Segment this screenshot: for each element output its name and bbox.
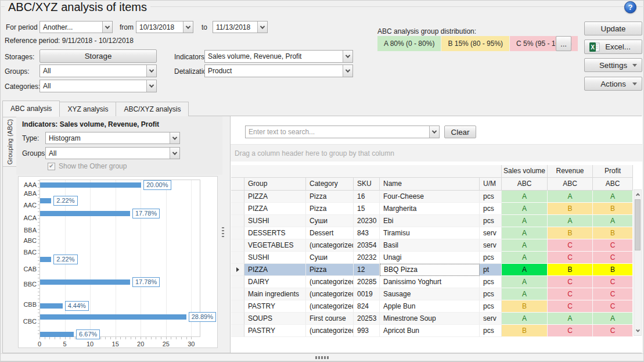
cell-group[interactable]: PIZZA [244, 203, 306, 215]
table-row-selected[interactable]: PIZZAPizza12BBQ PizzaptABB [231, 264, 633, 276]
cell-abc-revenue[interactable]: C [548, 288, 593, 300]
cell-group[interactable]: Main ingredients [244, 288, 306, 300]
cell-abc-sales-volume[interactable]: A [502, 203, 548, 215]
cell-category[interactable]: Суши [306, 215, 354, 227]
table-row[interactable]: SOUPSFirst course20253Minestrone Soupser… [231, 313, 633, 325]
cell-abc-profit[interactable]: C [593, 288, 633, 300]
distribution-more-button[interactable]: ... [556, 36, 571, 51]
cell-sku[interactable]: 20230 [354, 215, 380, 227]
cell-sku[interactable]: 16 [354, 191, 380, 203]
cell-um[interactable]: pcs [480, 215, 502, 227]
chart-bar[interactable] [40, 257, 51, 262]
column-header-u-m[interactable]: U/M [480, 178, 502, 191]
cell-category[interactable]: Суши [306, 252, 354, 264]
scroll-down-button[interactable] [634, 327, 641, 335]
excel-button[interactable]: X Excel... [584, 40, 642, 54]
table-row[interactable]: DESSERTSDessert843TiramisuservABB [231, 227, 633, 239]
cell-abc-sales-volume[interactable]: B [502, 325, 548, 337]
from-date-select[interactable]: 10/13/2018 [136, 21, 193, 33]
column-header-group[interactable]: Group [244, 178, 306, 191]
cell-abc-sales-volume[interactable]: A [502, 288, 548, 300]
cell-sku[interactable]: 20285 [354, 276, 380, 288]
cell-um[interactable]: pcs [480, 288, 502, 300]
cell-um[interactable]: serv [480, 239, 502, 252]
table-row[interactable]: SUSHIСуши20230EbipcsAAA [231, 215, 633, 227]
chevron-down-icon[interactable] [343, 51, 352, 62]
search-input[interactable] [246, 126, 429, 138]
chart-bar[interactable] [40, 279, 130, 285]
cell-um[interactable]: serv [480, 227, 502, 239]
cell-group[interactable]: PASTRY [244, 300, 306, 313]
cell-sku[interactable]: 20354 [354, 239, 380, 252]
chart-bar[interactable] [40, 332, 74, 337]
column-header-abc-2[interactable]: ABC [548, 178, 593, 191]
cell-sku[interactable]: 20232 [354, 252, 380, 264]
cell-um[interactable]: pt [480, 264, 502, 276]
cell-group[interactable]: SOUPS [244, 313, 306, 325]
type-select[interactable]: Histogram [45, 132, 180, 144]
tab-abc-xyz-analysis[interactable]: ABC/XYZ analysis [116, 102, 189, 116]
cell-abc-profit[interactable]: C [593, 276, 633, 288]
cell-group[interactable]: PIZZA [244, 191, 306, 203]
cell-category[interactable]: (uncategorized) [306, 300, 354, 313]
tab-abc-analysis[interactable]: ABC analysis [2, 101, 60, 117]
chevron-down-icon[interactable] [257, 21, 267, 33]
chevron-down-icon[interactable] [183, 21, 193, 33]
band-header-sales-volume[interactable]: Sales volume [502, 165, 548, 178]
cell-abc-revenue[interactable]: C [548, 252, 593, 264]
cell-abc-profit[interactable]: A [593, 313, 633, 325]
chevron-down-icon[interactable] [146, 80, 156, 92]
cell-um[interactable]: pcs [480, 191, 502, 203]
cell-abc-sales-volume[interactable]: B [502, 300, 548, 313]
chart-bar[interactable] [40, 182, 141, 188]
cell-name[interactable]: Margherita [380, 203, 480, 215]
cell-um[interactable]: pcs [480, 300, 502, 313]
group-by-band[interactable]: Drag a column header here to group by th… [231, 144, 642, 162]
settings-button[interactable]: Settings [584, 58, 642, 72]
scrollbar-thumb[interactable] [635, 199, 641, 250]
cell-um[interactable]: pcs [480, 203, 502, 215]
chart-bar[interactable] [40, 211, 130, 216]
band-header-profit[interactable]: Profit [593, 165, 633, 178]
cell-name[interactable]: Four-Cheese [380, 191, 480, 203]
cell-abc-sales-volume[interactable]: A [502, 191, 548, 203]
cell-um[interactable]: serv [480, 313, 502, 325]
vertical-scrollbar[interactable] [634, 189, 642, 336]
table-row[interactable]: Main ingredients(uncategorized)0019Sausa… [231, 288, 633, 300]
cell-um[interactable]: pcs [480, 276, 502, 288]
storage-button[interactable]: Storage [39, 49, 157, 63]
groups-select[interactable]: All [39, 64, 157, 77]
cell-name[interactable]: Minestrone Soup [380, 313, 480, 325]
cell-abc-revenue[interactable]: A [548, 215, 593, 227]
cell-abc-sales-volume[interactable]: A [502, 264, 548, 276]
table-row[interactable]: PIZZAPizza16Four-CheesepcsAAA [231, 191, 633, 203]
cell-um[interactable]: pcs [480, 325, 502, 337]
column-header-name[interactable]: Name [380, 178, 480, 191]
clear-button[interactable]: Clear [444, 126, 476, 138]
to-date-select[interactable]: 11/13/2018 [213, 21, 268, 33]
show-other-group-checkbox[interactable]: ✔ Show the Other group [48, 162, 127, 170]
cell-abc-profit[interactable]: B [593, 264, 633, 276]
cell-sku[interactable]: 824 [354, 300, 380, 313]
cell-name[interactable]: Apple Bun [380, 300, 480, 313]
cell-abc-revenue[interactable]: A [548, 313, 593, 325]
table-row[interactable]: SUSHIСуши20232UnagipcsACC [231, 252, 633, 264]
cell-category[interactable]: Pizza [306, 203, 354, 215]
cell-name[interactable]: Sausage [380, 288, 480, 300]
cell-abc-profit[interactable]: C [593, 325, 633, 337]
cell-abc-revenue[interactable]: B [548, 227, 593, 239]
band-header-revenue[interactable]: Revenue [548, 165, 593, 178]
cell-group[interactable]: VEGETABLES [244, 239, 306, 252]
column-header-category[interactable]: Category [306, 178, 354, 191]
chevron-down-icon[interactable] [429, 126, 439, 138]
cell-category[interactable]: (uncategorized) [306, 288, 354, 300]
cell-sku[interactable]: 993 [354, 325, 380, 337]
cell-sku[interactable]: 843 [354, 227, 380, 239]
cell-abc-revenue[interactable]: B [548, 203, 593, 215]
table-row[interactable]: VEGETABLES(uncategorized)20354BasilservA… [231, 239, 633, 252]
cell-abc-profit[interactable]: B [593, 203, 633, 215]
chevron-down-icon[interactable] [170, 132, 179, 144]
cell-category[interactable]: Pizza [306, 191, 354, 203]
table-row[interactable]: PASTRY(uncategorized)993Apricot BunpcsBC… [231, 325, 633, 337]
chevron-down-icon[interactable] [146, 65, 156, 77]
